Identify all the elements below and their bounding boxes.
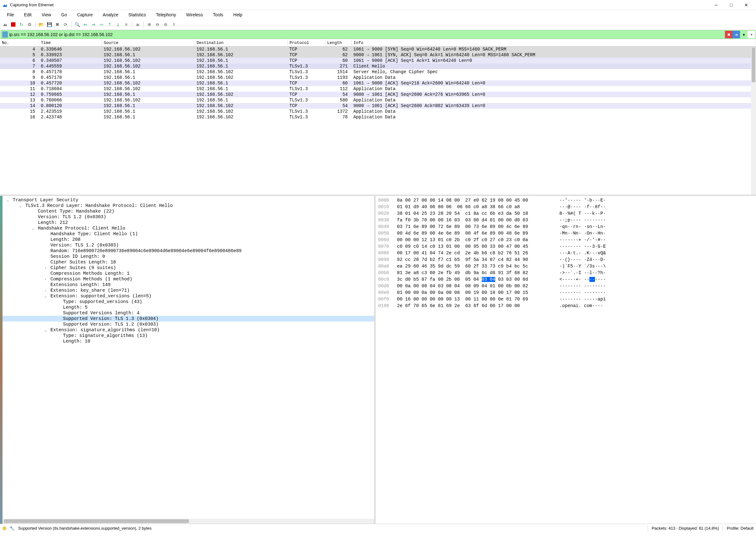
caret-down-icon[interactable]: ⌄ xyxy=(18,204,23,208)
go-first-button[interactable]: ⤒ xyxy=(106,21,114,28)
packet-row[interactable]: 60.340507192.168.56.102192.168.56.1TCP60… xyxy=(0,58,756,64)
open-file-button[interactable]: 📂 xyxy=(37,21,45,28)
hex-row[interactable]: 005000 4d 6e 89 00 4e 6e 89 00 4f 6e 89 … xyxy=(378,230,753,237)
packet-row[interactable]: 80.457178192.168.56.1192.168.56.102TLSv1… xyxy=(0,69,756,75)
tree-node[interactable]: Supported Version: TLS 1.3 (0x0304) xyxy=(3,316,374,322)
tree-node[interactable]: Version: TLS 1.2 (0x0303) xyxy=(3,242,374,248)
col-header-length[interactable]: Length xyxy=(325,40,352,47)
menu-file[interactable]: File xyxy=(3,11,19,19)
tree-node[interactable]: Compression Methods Length: 1 xyxy=(3,271,374,276)
packet-row[interactable]: 100.457720192.168.56.102192.168.56.1TCP6… xyxy=(0,80,756,86)
tree-node[interactable]: Type: signature_algorithms (13) xyxy=(3,333,374,338)
packet-row[interactable]: 152.423519192.168.56.1192.168.56.102TLSv… xyxy=(0,109,756,114)
packet-row[interactable]: 70.445559192.168.56.102192.168.56.1TLSv1… xyxy=(0,64,756,69)
tree-node[interactable]: Extensions Length: 149 xyxy=(3,282,374,288)
bookmark-icon[interactable] xyxy=(2,31,8,38)
packet-list[interactable]: No. Time Source Destination Protocol Len… xyxy=(0,40,756,195)
packet-details-pane[interactable]: ⌄ Transport Layer Security⌄ TLSv1.3 Reco… xyxy=(3,196,374,524)
hex-row[interactable]: 008000 17 00 41 04 74 2e cd 2e 4b b6 c8 … xyxy=(378,250,753,256)
tree-node[interactable]: ⌄ Handshake Protocol: Client Hello xyxy=(3,225,374,231)
caret-down-icon[interactable]: ⌄ xyxy=(6,198,10,202)
tree-node[interactable]: ⌄ Transport Layer Security xyxy=(3,197,374,203)
add-filter-button[interactable]: ＋ xyxy=(748,31,755,38)
hex-row[interactable]: 01002e 6f 70 65 6e 61 69 2e 63 6f 6d 00 … xyxy=(378,303,753,309)
caret-down-icon[interactable]: ⌄ xyxy=(43,294,48,298)
tree-node[interactable]: Cipher Suites Length: 18 xyxy=(3,259,374,265)
caret-right-icon[interactable]: › xyxy=(43,278,48,281)
tree-node[interactable]: Length: 208 xyxy=(3,237,374,242)
go-forward-button[interactable]: ⇒ xyxy=(90,21,97,28)
clear-filter-button[interactable]: ✖ xyxy=(725,31,732,38)
close-file-button[interactable]: ✖ xyxy=(54,21,61,28)
zoom-out-button[interactable]: ⊖ xyxy=(154,21,161,28)
menu-help[interactable]: Help xyxy=(229,11,247,19)
tree-node[interactable]: Length: 10 xyxy=(3,338,374,344)
tree-node[interactable]: Type: supported_versions (43) xyxy=(3,299,374,305)
tree-node[interactable]: Version: TLS 1.2 (0x0303) xyxy=(3,214,374,220)
minimize-button[interactable]: ─ xyxy=(709,1,723,9)
packet-row[interactable]: 90.457178192.168.56.1192.168.56.102TLSv1… xyxy=(0,75,756,80)
tree-node[interactable]: Supported Versions length: 4 xyxy=(3,310,374,316)
col-header-no[interactable]: No. xyxy=(0,40,39,47)
go-last-button[interactable]: ⤓ xyxy=(114,21,122,28)
close-button[interactable]: ✕ xyxy=(739,1,753,9)
hex-row[interactable]: 002038 01 04 25 23 28 20 54 c1 8a cc 6b … xyxy=(378,210,753,217)
hex-row[interactable]: 00c03c d0 b5 87 fa 00 2b 00 05 04 03 04 … xyxy=(378,276,753,283)
tree-node[interactable]: ⌄ Extension: supported_versions (len=5) xyxy=(3,293,374,299)
hex-row[interactable]: 0030fa f0 3b 70 00 00 16 03 03 00 d4 01 … xyxy=(378,217,753,223)
packet-list-scrollbar[interactable] xyxy=(751,48,756,195)
maximize-button[interactable]: □ xyxy=(724,1,738,9)
tree-node[interactable]: Session ID Length: 0 xyxy=(3,254,374,259)
reload-button[interactable]: ⟳ xyxy=(62,21,69,28)
col-header-destination[interactable]: Destination xyxy=(195,40,287,47)
packet-row[interactable]: 140.800120192.168.56.1192.168.56.102TCP5… xyxy=(0,103,756,109)
hex-row[interactable]: 00e001 00 00 0a 00 0a 00 08 00 19 00 18 … xyxy=(378,290,753,296)
resize-columns-button[interactable]: ⫴ xyxy=(170,21,178,28)
hex-row[interactable]: 006000 00 00 12 13 01 c0 2b c0 2f c0 27 … xyxy=(378,237,753,243)
packet-row[interactable]: 50.339923192.168.56.1192.168.56.102TCP62… xyxy=(0,52,756,58)
tree-node[interactable]: ⌄ TLSv1.3 Record Layer: Handshake Protoc… xyxy=(3,203,374,208)
filter-dropdown-button[interactable]: ▾ xyxy=(740,31,748,38)
capture-options-button[interactable]: ⚙ xyxy=(26,21,33,28)
col-header-protocol[interactable]: Protocol xyxy=(287,40,325,47)
colorize-button[interactable]: ≣ xyxy=(134,21,142,28)
caret-right-icon[interactable]: › xyxy=(43,266,48,270)
menu-telephony[interactable]: Telephony xyxy=(152,11,180,19)
tree-node[interactable]: › Compression Methods (1 method) xyxy=(3,276,374,282)
menu-view[interactable]: View xyxy=(37,11,55,19)
hex-row[interactable]: 004003 71 6e 89 00 72 6e 89 00 73 6e 89 … xyxy=(378,223,753,230)
caret-right-icon[interactable]: › xyxy=(43,289,48,293)
display-filter-input[interactable] xyxy=(9,32,725,37)
zoom-reset-button[interactable]: ⊜ xyxy=(162,21,169,28)
col-header-source[interactable]: Source xyxy=(102,40,195,47)
tree-node[interactable]: Content Type: Handshake (22) xyxy=(3,208,374,214)
hex-row[interactable]: 00b081 3e a8 c3 60 2e fb 49 db 9a 6c d8 … xyxy=(378,270,753,276)
packet-row[interactable]: 130.760066192.168.56.102192.168.56.1TLSv… xyxy=(0,97,756,103)
col-header-info[interactable]: Info xyxy=(352,40,756,47)
details-horizontal-scrollbar[interactable] xyxy=(3,519,374,524)
tree-node[interactable]: Length: 212 xyxy=(3,220,374,225)
go-back-button[interactable]: ⇐ xyxy=(82,21,89,28)
tree-node[interactable]: Random: 716e8900726e8900736e89004c6e8900… xyxy=(3,248,374,254)
expert-info-led-icon[interactable] xyxy=(3,526,6,530)
zoom-in-button[interactable]: ⊕ xyxy=(146,21,153,28)
menu-capture[interactable]: Capture xyxy=(72,11,97,19)
hex-row[interactable]: 00d000 0a 00 08 04 03 08 04 08 09 04 01 … xyxy=(378,283,753,290)
tree-node[interactable]: › Extension: key_share (len=71) xyxy=(3,288,374,293)
apply-filter-button[interactable]: ➔ xyxy=(732,31,740,38)
save-file-button[interactable]: 💾 xyxy=(46,21,53,28)
hex-row[interactable]: 009092 cc 28 7d b2 f7 c1 b5 9f 5a 34 87 … xyxy=(378,256,753,263)
capture-file-properties-icon[interactable]: 🔧 xyxy=(9,526,14,531)
menu-statistics[interactable]: Statistics xyxy=(124,11,150,19)
tree-node[interactable]: Handshake Type: Client Hello (1) xyxy=(3,231,374,237)
caret-down-icon[interactable]: ⌄ xyxy=(31,226,35,230)
hex-row[interactable]: 00000a 00 27 00 00 14 08 00 27 e0 62 19 … xyxy=(378,197,753,204)
tree-node[interactable]: ⌄ Extension: signature_algorithms (len=1… xyxy=(3,327,374,333)
menu-go[interactable]: Go xyxy=(57,11,71,19)
auto-scroll-button[interactable]: ≡ xyxy=(122,21,130,28)
hex-row[interactable]: 00a0ea 29 60 46 35 9d dc 59 60 2f 33 73 … xyxy=(378,263,753,270)
menu-edit[interactable]: Edit xyxy=(20,11,36,19)
packet-bytes-pane[interactable]: 00000a 00 27 00 00 14 08 00 27 e0 62 19 … xyxy=(376,196,756,524)
hex-row[interactable]: 001001 01 d9 40 00 80 06 06 66 c0 a8 38 … xyxy=(378,204,753,210)
packet-row[interactable]: 120.759665192.168.56.1192.168.56.102TCP5… xyxy=(0,92,756,97)
